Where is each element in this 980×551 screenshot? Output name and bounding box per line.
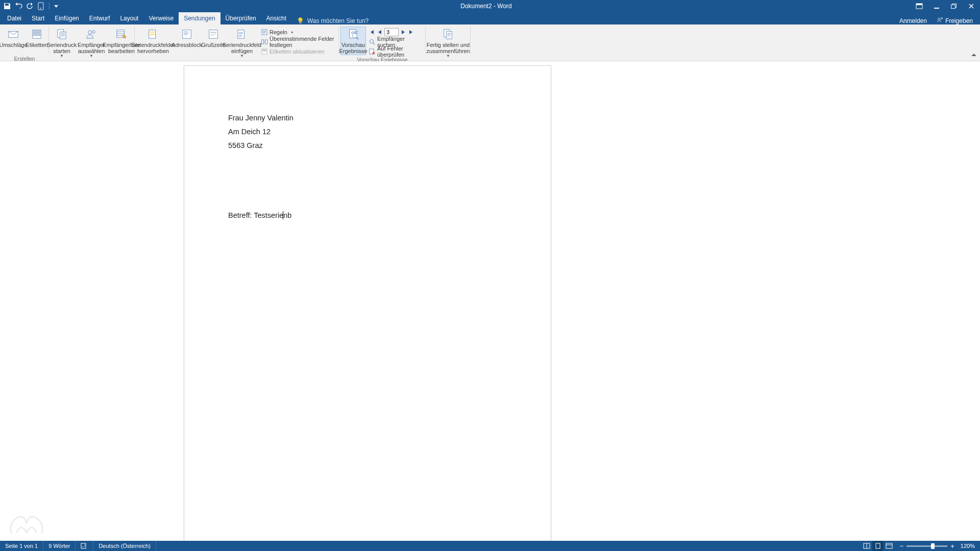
tab-references[interactable]: Verweise [143, 12, 179, 24]
tell-me-search[interactable]: 💡 Was möchten Sie tun? [291, 17, 374, 24]
text-caret [283, 211, 283, 219]
dropdown-icon: ▼ [89, 53, 93, 59]
select-recipients-button[interactable]: Empfänger auswählen ▼ [77, 27, 106, 60]
tab-mailings[interactable]: Sendungen [179, 12, 220, 24]
zoom-level[interactable]: 120% [961, 543, 975, 549]
redo-icon[interactable] [26, 2, 34, 10]
last-record-button[interactable] [408, 29, 415, 36]
tab-design[interactable]: Entwurf [84, 12, 115, 24]
svg-point-1 [40, 8, 41, 9]
status-bar: Seite 1 von 1 9 Wörter Deutsch (Österrei… [0, 541, 980, 551]
labels-label: Etiketten [26, 42, 48, 54]
address-block-icon [181, 29, 192, 40]
mail-merge-icon [56, 29, 67, 40]
save-icon[interactable] [3, 2, 11, 10]
match-fields-label: Übereinstimmende Felder festlegen [270, 36, 337, 48]
zoom-slider[interactable] [906, 545, 947, 547]
svg-point-37 [370, 40, 374, 43]
record-number-input[interactable] [384, 28, 399, 36]
zoom-in-button[interactable]: + [950, 542, 954, 550]
first-record-button[interactable] [368, 29, 375, 36]
rules-label: Regeln [270, 29, 287, 35]
address-block-button[interactable]: Adressblock [173, 27, 201, 55]
zoom-out-button[interactable]: − [900, 542, 904, 550]
qat-dropdown-icon[interactable] [54, 2, 59, 10]
status-language[interactable]: Deutsch (Österreich) [93, 541, 156, 551]
svg-rect-31 [263, 50, 264, 52]
rules-icon [261, 29, 267, 35]
recipient-name: Frau Jenny Valentin [228, 114, 293, 122]
status-page[interactable]: Seite 1 von 1 [0, 541, 43, 551]
tab-insert[interactable]: Einfügen [50, 12, 84, 24]
separator [49, 3, 50, 10]
view-web-layout[interactable] [884, 541, 895, 551]
group-preview-results: ABC Vorschau Ergebnisse [339, 24, 426, 61]
finish-merge-button[interactable]: Fertig stellen und zusammenführen ▼ [427, 27, 469, 60]
svg-point-18 [92, 31, 95, 33]
check-errors-button[interactable]: Auf Fehler überprüfen [367, 47, 424, 56]
svg-rect-32 [265, 50, 266, 52]
undo-icon[interactable] [14, 2, 22, 10]
labels-button[interactable]: Etiketten [26, 27, 47, 55]
highlight-merge-fields-button[interactable]: Seriendruckfelder hervorheben [135, 27, 172, 55]
dropdown-icon: ▼ [446, 53, 450, 59]
zoom-thumb[interactable] [931, 543, 935, 549]
group-create: Umschläge Etiketten Erstellen [0, 24, 49, 61]
minimize-button[interactable] [928, 0, 945, 12]
restore-button[interactable] [945, 0, 963, 12]
svg-rect-3 [916, 4, 922, 5]
preview-results-button[interactable]: ABC Vorschau Ergebnisse [340, 27, 366, 55]
tell-me-placeholder: Was möchten Sie tun? [307, 17, 369, 24]
collapse-ribbon-button[interactable] [971, 53, 977, 59]
svg-rect-11 [34, 31, 37, 33]
dropdown-icon: ▼ [240, 53, 244, 59]
update-labels-label: Etiketten aktualisieren [270, 48, 325, 55]
tab-file[interactable]: Datei [2, 12, 27, 24]
recipient-city: 5563 Graz [228, 141, 263, 149]
page[interactable]: Frau Jenny Valentin Am Deich 12 5563 Gra… [184, 65, 551, 541]
start-mail-merge-button[interactable]: Seriendruck starten ▼ [47, 27, 76, 60]
svg-rect-26 [239, 32, 243, 34]
share-button[interactable]: Freigeben [932, 17, 978, 24]
document-area[interactable]: Frau Jenny Valentin Am Deich 12 5563 Gra… [0, 61, 980, 541]
status-word-count[interactable]: 9 Wörter [43, 541, 76, 551]
insert-merge-field-button[interactable]: Seriendruckfeld einfügen ▼ [226, 27, 258, 60]
highlight-label: Seriendruckfelder hervorheben [131, 42, 175, 54]
view-read-mode[interactable] [861, 541, 872, 551]
prev-record-button[interactable] [376, 29, 383, 36]
close-button[interactable] [963, 0, 980, 12]
sign-in-link[interactable]: Anmelden [894, 17, 932, 24]
svg-rect-25 [238, 30, 244, 39]
ribbon: Umschläge Etiketten Erstellen Seriendruc… [0, 24, 980, 61]
tab-home[interactable]: Start [27, 12, 50, 24]
select-recipients-label: Empfänger auswählen [78, 42, 105, 54]
dropdown-icon: ▼ [290, 31, 294, 34]
tab-view[interactable]: Ansicht [261, 12, 291, 24]
touch-mode-icon[interactable] [37, 2, 45, 10]
tab-review[interactable]: Überprüfen [220, 12, 261, 24]
insert-field-icon [236, 29, 248, 40]
view-print-layout[interactable] [872, 541, 884, 551]
envelopes-button[interactable]: Umschläge [2, 27, 25, 55]
envelope-icon [8, 29, 19, 40]
recipient-street: Am Deich 12 [228, 128, 271, 136]
edit-list-icon [116, 29, 127, 40]
title-bar: Dokument2 - Word [0, 0, 980, 12]
svg-rect-4 [934, 8, 939, 9]
svg-rect-16 [60, 32, 66, 39]
match-fields-button[interactable]: Übereinstimmende Felder festlegen [259, 37, 339, 46]
window-controls [911, 0, 980, 12]
svg-rect-12 [37, 31, 40, 33]
svg-rect-28 [262, 40, 264, 44]
zoom-control: − + 120% [895, 542, 980, 550]
status-spellcheck[interactable] [76, 541, 93, 551]
share-icon [937, 17, 943, 24]
svg-point-7 [938, 18, 940, 20]
svg-rect-46 [876, 543, 880, 548]
tab-layout[interactable]: Layout [115, 12, 143, 24]
search-icon [369, 39, 375, 45]
greeting-line-button[interactable]: Grußzeile [202, 27, 225, 55]
next-record-button[interactable] [400, 29, 407, 36]
ribbon-display-button[interactable] [911, 0, 928, 12]
svg-point-40 [373, 52, 375, 55]
